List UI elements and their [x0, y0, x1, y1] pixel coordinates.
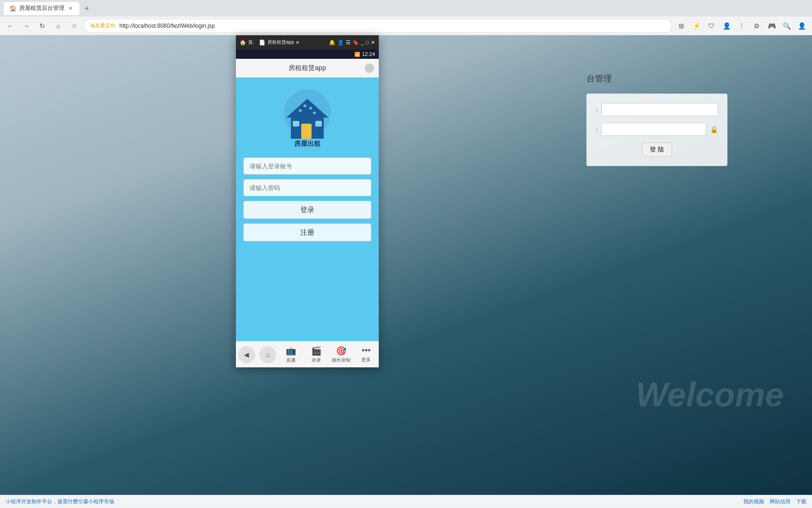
tab-close-btn[interactable]: ✕ — [67, 5, 74, 12]
home-icon: 🏠 — [240, 40, 246, 46]
shield-btn[interactable]: 🛡 — [705, 19, 718, 32]
more-icon: ••• — [362, 346, 371, 356]
app-header: 房租租赁app — [236, 59, 379, 78]
house-logo-svg: 房屋出租 — [277, 87, 338, 148]
admin-panel-title: 台管理 — [586, 73, 774, 84]
current-page-icon: 📄 — [259, 40, 265, 46]
wifi-icon: 📶 — [354, 52, 360, 57]
operations-label: 操作录制 — [332, 357, 351, 364]
svg-point-6 — [299, 109, 302, 112]
svg-point-7 — [304, 104, 306, 107]
tab-add-btn[interactable]: + — [81, 3, 93, 14]
my-video-link[interactable]: 我的视频 — [743, 498, 764, 505]
address-url: http://localhost:8080/fwzlWeb/login.jsp — [119, 23, 215, 29]
live-icon: 📺 — [286, 346, 296, 356]
nav-item-more[interactable]: ••• 更多 — [356, 346, 376, 363]
home-nav-btn[interactable]: ⌂ — [259, 346, 276, 363]
topbar-page-label: 房租租赁app — [267, 39, 294, 46]
topbar-home-label: 首. — [248, 39, 254, 46]
svg-rect-5 — [315, 121, 322, 127]
settings-btn[interactable]: ⚙ — [750, 19, 763, 32]
app-header-icon — [365, 64, 374, 73]
browser-tab-active[interactable]: 🏠 房屋租赁后台管理 ✕ — [4, 2, 79, 15]
svg-point-8 — [309, 107, 312, 110]
password-input[interactable] — [243, 179, 371, 196]
browser-toolbar: ← → ↻ ⌂ ☆ 域名重定向 http://localhost:8080/fw… — [0, 16, 812, 35]
app-footer-spacer — [236, 294, 379, 341]
admin-username-label: : — [596, 106, 598, 113]
bottom-bar-right: 我的视频 网站信用 下载 — [743, 498, 806, 505]
credit-link[interactable]: 网站信用 — [770, 498, 790, 505]
notification-icon: 🔔 — [329, 40, 336, 46]
nav-item-live[interactable]: 📺 直播 — [281, 346, 301, 364]
app-header-title: 房租租赁app — [289, 64, 326, 72]
mobile-bottom-nav: ◀ ⌂ 📺 直播 🎬 录屏 🎯 操作录制 ••• 更多 — [236, 341, 379, 367]
tab-close-mobile[interactable]: ✕ — [296, 40, 299, 45]
welcome-text: Welcome — [636, 375, 784, 414]
svg-text:房屋出租: 房屋出租 — [294, 140, 321, 147]
bookmark-icon: 🔖 — [352, 40, 359, 46]
tab-title: 房屋租赁后台管理 — [19, 4, 64, 12]
admin-password-label: : — [596, 126, 598, 133]
login-button[interactable]: 登录 — [243, 201, 371, 219]
back-btn[interactable]: ← — [4, 19, 17, 32]
recording-icon: 🎬 — [311, 346, 321, 356]
admin-panel: 台管理 : : 🔒 登 陆 — [586, 73, 774, 166]
admin-password-input[interactable] — [601, 123, 706, 136]
close-icon[interactable]: ✕ — [371, 40, 375, 46]
admin-form: : : 🔒 登 陆 — [586, 94, 727, 166]
nav-item-recording[interactable]: 🎬 录屏 — [306, 346, 327, 364]
svg-rect-3 — [301, 124, 312, 139]
svg-rect-4 — [293, 121, 299, 127]
main-content: 台管理 : : 🔒 登 陆 Welcome — [0, 35, 812, 508]
live-label: 直播 — [286, 357, 296, 364]
recording-label: 录屏 — [312, 357, 321, 364]
forward-btn[interactable]: → — [20, 19, 33, 32]
operations-icon: 🎯 — [336, 346, 346, 356]
bottom-bar: 小程序开发制作平台，接需付费引爆小程序市场 我的视频 网站信用 下载 — [0, 495, 812, 508]
topbar-left-icons: 🏠 首. 📄 房租租赁app ✕ — [240, 39, 299, 46]
app-logo-container: 房屋出租 — [243, 87, 371, 148]
back-nav-btn[interactable]: ◀ — [238, 346, 255, 363]
register-button[interactable]: 注册 — [243, 223, 371, 241]
extensions-btn[interactable]: ⊞ — [675, 19, 688, 32]
tab-favicon: 🏠 — [9, 5, 16, 12]
bookmark-btn[interactable]: ☆ — [68, 19, 81, 32]
home-btn[interactable]: ⌂ — [52, 19, 65, 32]
download-link[interactable]: 下载 — [796, 498, 806, 505]
menu-btn[interactable]: ⋮ — [735, 19, 748, 32]
search-icon-btn[interactable]: 🔍 — [780, 19, 793, 32]
gamepad-btn[interactable]: 🎮 — [765, 19, 778, 32]
refresh-btn[interactable]: ↻ — [36, 19, 49, 32]
admin-login-button[interactable]: 登 陆 — [642, 143, 672, 157]
profile-btn[interactable]: 👤 — [795, 19, 808, 32]
nav-item-operations[interactable]: 🎯 操作录制 — [331, 346, 351, 364]
address-bar[interactable]: 域名重定向 http://localhost:8080/fwzlWeb/logi… — [84, 19, 672, 33]
minimize-icon[interactable]: _ — [361, 40, 364, 45]
mobile-emulator-topbar: 🏠 首. 📄 房租租赁app ✕ 🔔 👤 ☰ 🔖 _ □ ✕ — [236, 35, 379, 49]
admin-username-input[interactable] — [601, 103, 718, 116]
more-label: 更多 — [361, 357, 371, 363]
lightning-btn[interactable]: ⚡ — [690, 19, 703, 32]
mobile-emulator: 🏠 首. 📄 房租租赁app ✕ 🔔 👤 ☰ 🔖 _ □ ✕ — [236, 35, 379, 367]
lock-icon: 🔒 — [710, 126, 718, 133]
status-time: 12:24 — [362, 51, 375, 57]
maximize-icon[interactable]: □ — [366, 40, 369, 45]
profile-icon: 👤 — [337, 40, 344, 46]
admin-username-row: : — [596, 103, 718, 116]
toolbar-right-icons: ⊞ ⚡ 🛡 👤 ⋮ ⚙ 🎮 🔍 👤 — [675, 19, 808, 32]
bottom-link[interactable]: 小程序开发制作平台，接需付费引爆小程序市场 — [6, 498, 114, 505]
status-bar: 📶 12:24 — [236, 49, 379, 59]
svg-point-9 — [313, 111, 316, 114]
browser-window: 🏠 房屋租赁后台管理 ✕ + ← → ↻ ⌂ ☆ 域名重定向 http://lo… — [0, 0, 812, 508]
user-btn[interactable]: 👤 — [720, 19, 733, 32]
redirect-label: 域名重定向 — [90, 22, 116, 29]
topbar-right-icons: 🔔 👤 ☰ 🔖 _ □ ✕ — [329, 40, 375, 46]
admin-password-row: : 🔒 — [596, 123, 718, 136]
app-body: 房屋出租 登录 注册 — [236, 78, 379, 294]
browser-titlebar: 🏠 房屋租赁后台管理 ✕ + — [0, 0, 812, 16]
hamburger-icon: ☰ — [346, 40, 351, 46]
username-input[interactable] — [243, 158, 371, 175]
